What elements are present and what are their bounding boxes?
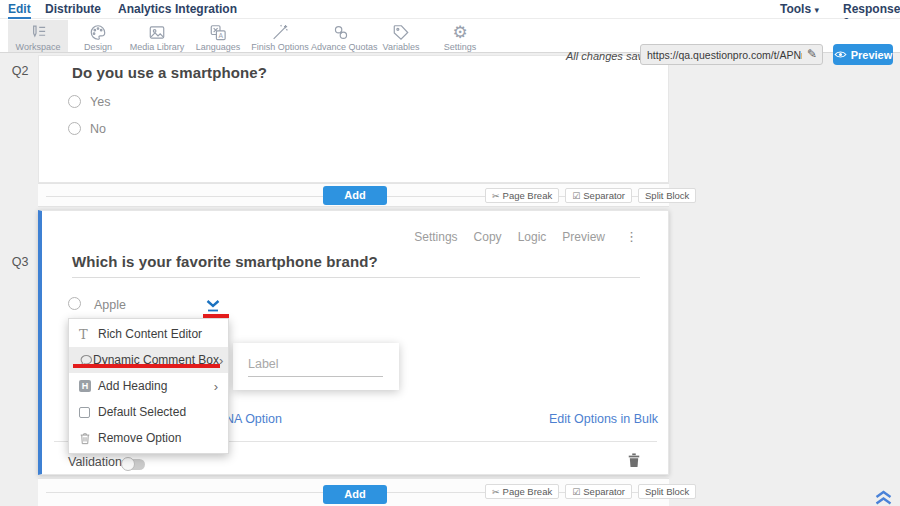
question-copy-link[interactable]: Copy [474, 230, 502, 244]
preview-button[interactable]: Preview [833, 44, 893, 65]
survey-url-input[interactable] [647, 45, 802, 64]
radio-option-no[interactable] [68, 122, 81, 135]
separator-button[interactable]: ☑Separator [565, 188, 632, 203]
option-menu-chevron-icon[interactable] [204, 299, 222, 313]
question-logic-link[interactable]: Logic [518, 230, 547, 244]
question-settings-link[interactable]: Settings [414, 230, 457, 244]
page-break-label: Page Break [503, 486, 553, 497]
delete-question-trash-icon[interactable] [627, 452, 641, 468]
edit-options-in-bulk-link[interactable]: Edit Options in Bulk [549, 412, 658, 426]
edit-url-pencil-icon[interactable]: ✎ [807, 47, 817, 61]
comment-label-popup [233, 343, 399, 390]
validation-label: Validation [68, 455, 122, 469]
page-break-button[interactable]: ✂Page Break [485, 188, 559, 203]
menu-item-default-selected[interactable]: Default Selected [69, 399, 228, 425]
double-chevron-up-icon [874, 489, 893, 506]
split-block-button[interactable]: Split Block [638, 188, 696, 203]
toolbar-label: Media Library [127, 42, 187, 52]
editor-toolbar: Workspace Design Media Library A Languag… [0, 19, 900, 53]
question-number-q2: Q2 [6, 64, 34, 78]
eye-icon [834, 50, 847, 59]
separator-label: Separator [583, 190, 625, 201]
scissors-icon: ✂ [492, 487, 500, 497]
tag-icon [371, 23, 431, 42]
languages-icon: A [188, 23, 248, 42]
add-question-row-2: Add Question ✂Page Break ☑Separator Spli… [38, 478, 669, 506]
top-nav: Edit Distribute Analytics Integration To… [0, 0, 900, 19]
tools-label: Tools [780, 2, 811, 16]
option-context-menu: T Rich Content Editor Dynamic Comment Bo… [68, 318, 229, 454]
nav-tab-integration[interactable]: Integration [175, 2, 237, 16]
page-break-label: Page Break [503, 190, 553, 201]
validation-toggle[interactable] [123, 459, 145, 470]
comment-label-input[interactable] [248, 351, 383, 377]
split-block-button[interactable]: Split Block [638, 484, 696, 499]
radio-option-yes[interactable] [68, 95, 81, 108]
toolbar-item-variables[interactable]: Variables [371, 20, 431, 52]
separator-icon: ☑ [572, 191, 580, 201]
workspace-icon [8, 23, 68, 42]
checkbox-icon [79, 407, 98, 418]
menu-item-rich-content-editor[interactable]: T Rich Content Editor [69, 321, 228, 347]
toolbar-item-finish-options[interactable]: Finish Options [250, 20, 310, 52]
option-label-yes[interactable]: Yes [90, 95, 110, 109]
more-options-icon[interactable]: ⋮ [625, 229, 638, 244]
toolbar-item-design[interactable]: Design [68, 20, 128, 52]
question-preview-link[interactable]: Preview [562, 230, 605, 244]
magic-wand-icon [250, 23, 310, 42]
tools-menu[interactable]: Tools ▾ [780, 2, 819, 16]
survey-url-box: ✎ [640, 44, 823, 65]
toggle-knob [121, 457, 135, 471]
nav-tab-distribute[interactable]: Distribute [45, 2, 101, 16]
toolbar-item-workspace[interactable]: Workspace [8, 20, 68, 52]
questionpro-edit-screen: Edit Distribute Analytics Integration To… [0, 0, 900, 506]
svg-text:A: A [219, 32, 224, 39]
chevron-down-icon: ▾ [814, 5, 819, 15]
preview-label: Preview [851, 49, 893, 61]
title-underline [72, 277, 640, 278]
option-label-apple[interactable]: Apple [94, 298, 126, 312]
toolbar-item-languages[interactable]: A Languages [188, 20, 248, 52]
menu-item-label: Default Selected [98, 405, 186, 419]
toolbar-label: Languages [188, 42, 248, 52]
toolbar-item-settings[interactable]: ⚙ Settings [430, 20, 490, 52]
add-question-button[interactable]: Add Question [323, 186, 387, 205]
page-break-button[interactable]: ✂Page Break [485, 484, 559, 499]
heading-icon: H [79, 380, 98, 392]
menu-item-label: Add Heading [98, 379, 167, 393]
toolbar-label: Workspace [8, 42, 68, 52]
question-title-q3[interactable]: Which is your favorite smartphone brand? [72, 253, 378, 270]
separator-icon: ☑ [572, 487, 580, 497]
nav-tab-analytics[interactable]: Analytics [118, 2, 171, 16]
menu-item-add-heading[interactable]: H Add Heading › [69, 373, 228, 399]
toolbar-item-media-library[interactable]: Media Library [127, 20, 187, 52]
menu-item-remove-option[interactable]: Remove Option [69, 425, 228, 451]
menu-item-label: Rich Content Editor [98, 327, 202, 341]
submenu-arrow-icon: › [214, 379, 218, 394]
annotation-underline-chevron [203, 314, 229, 318]
question-number-q3: Q3 [6, 255, 34, 269]
split-block-label: Split Block [645, 486, 689, 497]
toolbar-item-advance-quotas[interactable]: Advance Quotas [311, 20, 371, 52]
menu-item-label: Remove Option [98, 431, 181, 445]
radio-option-apple[interactable] [68, 297, 81, 310]
separator-label: Separator [583, 486, 625, 497]
design-palette-icon [68, 23, 128, 42]
add-question-row-1: Add Question ✂Page Break ☑Separator Spli… [38, 183, 669, 207]
na-option-link[interactable]: NA Option [225, 412, 282, 426]
add-question-button[interactable]: Add Question [323, 485, 387, 504]
separator-button[interactable]: ☑Separator [565, 484, 632, 499]
scissors-icon: ✂ [492, 191, 500, 201]
media-library-icon [127, 23, 187, 42]
text-format-icon: T [79, 327, 98, 342]
gear-icon: ⚙ [430, 23, 490, 42]
toolbar-label: Finish Options [250, 42, 310, 52]
option-label-no[interactable]: No [90, 122, 106, 136]
annotation-underline-menu-item [73, 364, 220, 368]
nav-tab-edit[interactable]: Edit [8, 2, 31, 19]
toolbar-label: Advance Quotas [311, 42, 371, 52]
toolbar-label: Design [68, 42, 128, 52]
scroll-to-top-button[interactable] [874, 489, 893, 506]
menu-item-dynamic-comment-box[interactable]: Dynamic Comment Box › [69, 347, 228, 373]
question-title-q2[interactable]: Do you use a smartphone? [72, 64, 267, 81]
